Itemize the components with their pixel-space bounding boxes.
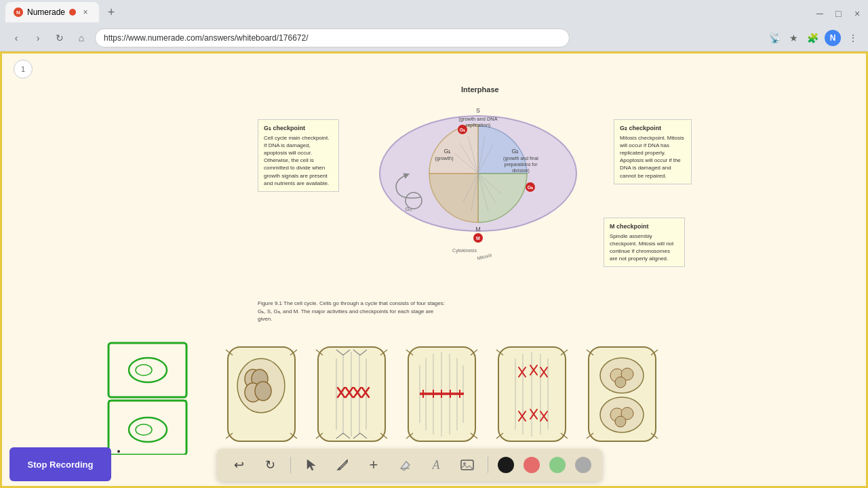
svg-point-32 bbox=[129, 418, 167, 442]
svg-text:Mitosis: Mitosis bbox=[477, 252, 492, 261]
color-gray[interactable] bbox=[575, 457, 591, 473]
svg-text:Cytokinesis: Cytokinesis bbox=[452, 248, 477, 253]
new-tab-button[interactable]: + bbox=[103, 4, 119, 20]
eraser-button[interactable] bbox=[394, 454, 416, 476]
back-button[interactable]: ‹ bbox=[8, 30, 24, 46]
metaphase-cell bbox=[313, 342, 391, 447]
svg-text:replication): replication) bbox=[466, 122, 491, 128]
svg-rect-45 bbox=[318, 347, 385, 441]
browser-tab[interactable]: N Numerade × bbox=[5, 2, 99, 22]
prophase-cell bbox=[222, 342, 300, 447]
svg-point-29 bbox=[136, 365, 152, 375]
home-button[interactable]: ⌂ bbox=[73, 30, 90, 46]
svg-text:preparations for: preparations for bbox=[504, 162, 538, 167]
g1-checkpoint-box: G₁ checkpoint Cell cycle main checkpoint… bbox=[258, 119, 339, 192]
m-box-text: Spindle assembly checkpoint. Mitosis wil… bbox=[610, 232, 679, 263]
address-bar-right: 📡 ★ 🧩 N ⋮ bbox=[768, 30, 860, 46]
svg-point-87 bbox=[615, 377, 626, 388]
image-button[interactable] bbox=[456, 454, 478, 476]
close-button[interactable]: × bbox=[854, 8, 863, 16]
url-input[interactable]: https://www.numerade.com/answers/whitebo… bbox=[95, 28, 570, 47]
figure-caption: Figure 9.1 The cell cycle. Cells go thro… bbox=[258, 300, 448, 323]
svg-text:(growth and DNA: (growth and DNA bbox=[458, 116, 498, 122]
whiteboard: 1 Interphase bbox=[0, 52, 868, 488]
g1-box-title: G₁ checkpoint bbox=[264, 124, 333, 133]
page-number: 1 bbox=[14, 60, 33, 79]
svg-rect-31 bbox=[108, 401, 186, 455]
svg-point-28 bbox=[129, 358, 167, 382]
figure-text: Figure 9.1 The cell cycle. Cells go thro… bbox=[258, 300, 445, 321]
color-pink[interactable] bbox=[524, 457, 540, 473]
svg-point-40 bbox=[255, 382, 271, 401]
redo-button[interactable]: ↻ bbox=[259, 454, 281, 476]
bookmark-icon[interactable]: ★ bbox=[787, 31, 800, 45]
m-checkpoint-box: M checkpoint Spindle assembly checkpoint… bbox=[604, 218, 685, 267]
g2-box-text: Mitosis checkpoint. Mitosis will occur i… bbox=[620, 134, 686, 180]
color-green[interactable] bbox=[549, 457, 566, 473]
drawn-interphase-cell bbox=[95, 336, 197, 451]
tab-favicon: N bbox=[14, 7, 23, 17]
svg-text:division): division) bbox=[512, 168, 530, 174]
drawing-toolbar: ↩ ↻ + A bbox=[217, 449, 602, 481]
g2-checkpoint-box: G₂ checkpoint Mitosis checkpoint. Mitosi… bbox=[614, 119, 692, 184]
minimize-button[interactable]: ─ bbox=[816, 8, 825, 16]
title-bar-left: N Numerade × + bbox=[5, 2, 119, 22]
svg-text:G₁: G₁ bbox=[443, 148, 451, 155]
svg-text:S: S bbox=[476, 107, 480, 114]
svg-text:G₂: G₂ bbox=[511, 148, 519, 155]
title-bar: N Numerade × + ─ □ × bbox=[0, 0, 868, 24]
late-anaphase-cell bbox=[493, 342, 571, 447]
browser-frame: N Numerade × + ─ □ × ‹ › ↻ ⌂ https://www… bbox=[0, 0, 868, 488]
telophase-cell bbox=[583, 342, 661, 447]
cell-cycle-diagram: Interphase bbox=[258, 85, 692, 329]
tab-label: Numerade bbox=[27, 7, 65, 17]
refresh-button[interactable]: ↻ bbox=[52, 30, 68, 46]
stop-recording-button[interactable]: Stop Recording bbox=[9, 447, 111, 481]
tab-close-button[interactable]: × bbox=[80, 7, 91, 18]
add-button[interactable]: + bbox=[363, 454, 384, 476]
cell-cycle-svg: S (growth and DNA replication) G₂ (growt… bbox=[359, 92, 604, 285]
recording-dot bbox=[69, 9, 76, 16]
svg-rect-73 bbox=[498, 347, 566, 441]
color-black[interactable] bbox=[498, 457, 514, 473]
svg-text:(growth): (growth) bbox=[435, 155, 454, 161]
cast-icon[interactable]: 📡 bbox=[768, 31, 781, 45]
extension-icon[interactable]: 🧩 bbox=[806, 31, 819, 45]
title-bar-controls: ─ □ × bbox=[816, 8, 863, 16]
svg-text:G₂: G₂ bbox=[528, 185, 533, 190]
svg-text:M: M bbox=[475, 226, 481, 232]
pen-tool-button[interactable] bbox=[332, 454, 353, 476]
svg-point-33 bbox=[136, 424, 152, 435]
m-box-title: M checkpoint bbox=[610, 222, 679, 231]
address-bar: ‹ › ↻ ⌂ https://www.numerade.com/answers… bbox=[0, 24, 868, 52]
anaphase-cell bbox=[403, 342, 481, 447]
g2-box-title: G₂ checkpoint bbox=[620, 124, 686, 133]
maximize-button[interactable]: □ bbox=[835, 8, 844, 16]
profile-avatar[interactable]: N bbox=[825, 30, 841, 46]
svg-point-34 bbox=[117, 450, 120, 453]
svg-text:G₁: G₁ bbox=[460, 127, 465, 132]
svg-text:(growth and final: (growth and final bbox=[503, 156, 538, 161]
svg-point-91 bbox=[615, 416, 626, 427]
url-text: https://www.numerade.com/answers/whitebo… bbox=[104, 33, 309, 43]
svg-rect-27 bbox=[108, 343, 186, 397]
g1-box-text: Cell cycle main checkpoint. If DNA is da… bbox=[264, 134, 333, 187]
mitosis-cells-area bbox=[95, 336, 661, 451]
text-tool-button[interactable]: A bbox=[425, 454, 447, 476]
select-tool-button[interactable] bbox=[300, 454, 322, 476]
toolbar-divider-2 bbox=[488, 457, 488, 473]
toolbar-divider-1 bbox=[290, 457, 291, 473]
undo-button[interactable]: ↩ bbox=[228, 454, 250, 476]
forward-button[interactable]: › bbox=[30, 30, 46, 46]
menu-icon[interactable]: ⋮ bbox=[846, 31, 860, 45]
svg-text:M: M bbox=[476, 236, 480, 241]
